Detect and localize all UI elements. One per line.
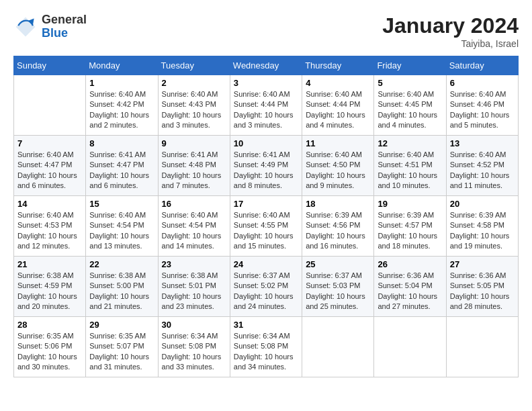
day-info: Sunrise: 6:40 AMSunset: 4:51 PMDaylight:… (378, 150, 442, 191)
day-info: Sunrise: 6:39 AMSunset: 4:58 PMDaylight:… (450, 210, 515, 252)
logo: General Blue (13, 13, 87, 40)
week-row-4: 28Sunrise: 6:35 AMSunset: 5:06 PMDayligh… (14, 317, 519, 377)
calendar-cell: 3Sunrise: 6:40 AMSunset: 4:44 PMDaylight… (230, 75, 302, 136)
calendar-cell: 28Sunrise: 6:35 AMSunset: 5:06 PMDayligh… (14, 317, 86, 377)
day-info: Sunrise: 6:36 AMSunset: 5:05 PMDaylight:… (450, 271, 515, 312)
day-number: 11 (306, 138, 370, 148)
day-number: 14 (17, 199, 82, 209)
calendar-cell (446, 317, 518, 377)
day-info: Sunrise: 6:37 AMSunset: 5:03 PMDaylight:… (306, 271, 370, 312)
weekday-thursday: Thursday (302, 56, 374, 75)
logo-general-text: General (42, 13, 87, 27)
day-info: Sunrise: 6:39 AMSunset: 4:57 PMDaylight:… (378, 210, 442, 252)
calendar-body: 1Sunrise: 6:40 AMSunset: 4:42 PMDaylight… (14, 75, 519, 377)
day-info: Sunrise: 6:40 AMSunset: 4:46 PMDaylight:… (450, 89, 515, 131)
day-info: Sunrise: 6:35 AMSunset: 5:06 PMDaylight:… (17, 331, 82, 373)
calendar-cell: 10Sunrise: 6:41 AMSunset: 4:49 PMDayligh… (230, 136, 302, 196)
logo-blue-text: Blue (42, 27, 87, 40)
day-number: 21 (17, 259, 82, 269)
page-header: General Blue January 2024 Taiyiba, Israe… (13, 13, 519, 49)
weekday-wednesday: Wednesday (230, 56, 302, 75)
calendar-cell: 25Sunrise: 6:37 AMSunset: 5:03 PMDayligh… (302, 257, 374, 317)
day-number: 1 (89, 78, 154, 88)
calendar-cell: 9Sunrise: 6:41 AMSunset: 4:48 PMDaylight… (158, 136, 230, 196)
calendar-cell: 15Sunrise: 6:40 AMSunset: 4:54 PMDayligh… (86, 196, 158, 257)
day-number: 6 (450, 78, 515, 88)
calendar-cell: 21Sunrise: 6:38 AMSunset: 4:59 PMDayligh… (14, 257, 86, 317)
weekday-tuesday: Tuesday (158, 56, 230, 75)
day-number: 23 (162, 259, 226, 269)
day-info: Sunrise: 6:36 AMSunset: 5:04 PMDaylight:… (378, 271, 442, 312)
day-info: Sunrise: 6:40 AMSunset: 4:42 PMDaylight:… (89, 89, 154, 131)
day-info: Sunrise: 6:38 AMSunset: 5:01 PMDaylight:… (162, 271, 226, 312)
day-info: Sunrise: 6:40 AMSunset: 4:52 PMDaylight:… (450, 150, 515, 191)
calendar-cell: 11Sunrise: 6:40 AMSunset: 4:50 PMDayligh… (302, 136, 374, 196)
day-number: 30 (162, 320, 226, 330)
day-number: 8 (89, 138, 154, 148)
day-info: Sunrise: 6:40 AMSunset: 4:54 PMDaylight:… (89, 210, 154, 252)
day-number: 22 (89, 259, 154, 269)
day-info: Sunrise: 6:34 AMSunset: 5:08 PMDaylight:… (234, 331, 298, 373)
day-info: Sunrise: 6:40 AMSunset: 4:50 PMDaylight:… (306, 150, 370, 191)
day-number: 4 (306, 78, 370, 88)
day-number: 3 (234, 78, 298, 88)
day-number: 31 (234, 320, 298, 330)
calendar-cell: 26Sunrise: 6:36 AMSunset: 5:04 PMDayligh… (374, 257, 446, 317)
day-number: 29 (89, 320, 154, 330)
day-number: 19 (378, 199, 442, 209)
calendar-cell: 22Sunrise: 6:38 AMSunset: 5:00 PMDayligh… (86, 257, 158, 317)
month-title: January 2024 (382, 13, 519, 38)
day-number: 28 (17, 320, 82, 330)
day-info: Sunrise: 6:39 AMSunset: 4:56 PMDaylight:… (306, 210, 370, 252)
day-number: 24 (234, 259, 298, 269)
day-number: 2 (162, 78, 226, 88)
weekday-monday: Monday (86, 56, 158, 75)
day-number: 18 (306, 199, 370, 209)
day-info: Sunrise: 6:40 AMSunset: 4:55 PMDaylight:… (234, 210, 298, 252)
day-info: Sunrise: 6:37 AMSunset: 5:02 PMDaylight:… (234, 271, 298, 312)
calendar-cell: 14Sunrise: 6:40 AMSunset: 4:53 PMDayligh… (14, 196, 86, 257)
day-number: 20 (450, 199, 515, 209)
day-number: 10 (234, 138, 298, 148)
week-row-1: 7Sunrise: 6:40 AMSunset: 4:47 PMDaylight… (14, 136, 519, 196)
day-number: 12 (378, 138, 442, 148)
calendar-cell: 5Sunrise: 6:40 AMSunset: 4:45 PMDaylight… (374, 75, 446, 136)
calendar-cell: 6Sunrise: 6:40 AMSunset: 4:46 PMDaylight… (446, 75, 518, 136)
week-row-0: 1Sunrise: 6:40 AMSunset: 4:42 PMDaylight… (14, 75, 519, 136)
calendar-cell (374, 317, 446, 377)
calendar-cell: 16Sunrise: 6:40 AMSunset: 4:54 PMDayligh… (158, 196, 230, 257)
day-info: Sunrise: 6:40 AMSunset: 4:47 PMDaylight:… (17, 150, 82, 191)
day-number: 26 (378, 259, 442, 269)
logo-text: General Blue (42, 13, 87, 40)
day-number: 7 (17, 138, 82, 148)
calendar-cell (302, 317, 374, 377)
calendar-cell: 31Sunrise: 6:34 AMSunset: 5:08 PMDayligh… (230, 317, 302, 377)
calendar-table: SundayMondayTuesdayWednesdayThursdayFrid… (13, 56, 519, 377)
calendar-cell: 19Sunrise: 6:39 AMSunset: 4:57 PMDayligh… (374, 196, 446, 257)
calendar-cell: 23Sunrise: 6:38 AMSunset: 5:01 PMDayligh… (158, 257, 230, 317)
day-number: 13 (450, 138, 515, 148)
day-info: Sunrise: 6:41 AMSunset: 4:47 PMDaylight:… (89, 150, 154, 191)
calendar-cell: 24Sunrise: 6:37 AMSunset: 5:02 PMDayligh… (230, 257, 302, 317)
calendar-cell: 4Sunrise: 6:40 AMSunset: 4:44 PMDaylight… (302, 75, 374, 136)
day-info: Sunrise: 6:40 AMSunset: 4:54 PMDaylight:… (162, 210, 226, 252)
day-info: Sunrise: 6:35 AMSunset: 5:07 PMDaylight:… (89, 331, 154, 373)
day-info: Sunrise: 6:34 AMSunset: 5:08 PMDaylight:… (162, 331, 226, 373)
day-number: 16 (162, 199, 226, 209)
calendar-cell: 2Sunrise: 6:40 AMSunset: 4:43 PMDaylight… (158, 75, 230, 136)
location: Taiyiba, Israel (382, 38, 519, 49)
calendar-cell: 17Sunrise: 6:40 AMSunset: 4:55 PMDayligh… (230, 196, 302, 257)
day-info: Sunrise: 6:38 AMSunset: 4:59 PMDaylight:… (17, 271, 82, 312)
day-info: Sunrise: 6:40 AMSunset: 4:44 PMDaylight:… (306, 89, 370, 131)
day-number: 25 (306, 259, 370, 269)
calendar-cell: 1Sunrise: 6:40 AMSunset: 4:42 PMDaylight… (86, 75, 158, 136)
day-number: 27 (450, 259, 515, 269)
calendar-cell: 18Sunrise: 6:39 AMSunset: 4:56 PMDayligh… (302, 196, 374, 257)
weekday-saturday: Saturday (446, 56, 518, 75)
weekday-sunday: Sunday (14, 56, 86, 75)
day-info: Sunrise: 6:40 AMSunset: 4:53 PMDaylight:… (17, 210, 82, 252)
calendar-cell: 12Sunrise: 6:40 AMSunset: 4:51 PMDayligh… (374, 136, 446, 196)
day-number: 17 (234, 199, 298, 209)
calendar-cell: 8Sunrise: 6:41 AMSunset: 4:47 PMDaylight… (86, 136, 158, 196)
day-info: Sunrise: 6:41 AMSunset: 4:48 PMDaylight:… (162, 150, 226, 191)
